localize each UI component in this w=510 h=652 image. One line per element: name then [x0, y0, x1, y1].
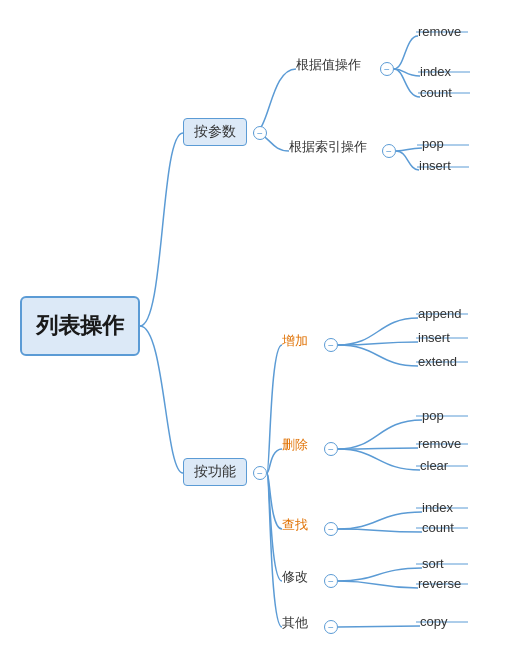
by-param-collapse[interactable]: −	[253, 126, 267, 140]
modify-collapse[interactable]: −	[324, 574, 338, 588]
index2-node: index	[422, 500, 453, 515]
by-param-node: 按参数	[183, 118, 247, 146]
reverse-node: reverse	[418, 576, 461, 591]
other-node: 其他	[282, 614, 308, 632]
by-index-label: 根据索引操作	[289, 138, 367, 156]
delete-label: 删除	[282, 436, 308, 454]
search-node: 查找	[282, 516, 308, 534]
by-value-node: 根据值操作	[296, 56, 361, 74]
extend-label: extend	[418, 354, 457, 369]
insert2-label: insert	[418, 330, 450, 345]
remove2-label: remove	[418, 436, 461, 451]
append-node: append	[418, 306, 461, 321]
pop2-label: pop	[422, 408, 444, 423]
sort-label: sort	[422, 556, 444, 571]
by-index-collapse[interactable]: −	[382, 144, 396, 158]
index1-node: index	[420, 64, 451, 79]
extend-node: extend	[418, 354, 457, 369]
sort-node: sort	[422, 556, 444, 571]
root-label: 列表操作	[36, 311, 124, 341]
root-node: 列表操作	[20, 296, 140, 356]
insert1-node: insert	[419, 158, 451, 173]
pop1-label: pop	[422, 136, 444, 151]
index2-label: index	[422, 500, 453, 515]
delete-node: 删除	[282, 436, 308, 454]
remove2-node: remove	[418, 436, 461, 451]
clear-label: clear	[420, 458, 448, 473]
remove1-label: remove	[418, 24, 461, 39]
by-func-node: 按功能	[183, 458, 247, 486]
modify-label: 修改	[282, 568, 308, 586]
search-collapse[interactable]: −	[324, 522, 338, 536]
modify-node: 修改	[282, 568, 308, 586]
insert2-node: insert	[418, 330, 450, 345]
add-node: 增加	[282, 332, 308, 350]
by-param-label: 按参数	[194, 123, 236, 141]
index1-label: index	[420, 64, 451, 79]
remove1-node: remove	[418, 24, 461, 39]
delete-collapse[interactable]: −	[324, 442, 338, 456]
copy-node: copy	[420, 614, 447, 629]
other-collapse[interactable]: −	[324, 620, 338, 634]
by-index-node: 根据索引操作	[289, 138, 367, 156]
pop2-node: pop	[422, 408, 444, 423]
insert1-label: insert	[419, 158, 451, 173]
search-label: 查找	[282, 516, 308, 534]
other-label: 其他	[282, 614, 308, 632]
add-label: 增加	[282, 332, 308, 350]
count1-node: count	[420, 85, 452, 100]
pop1-node: pop	[422, 136, 444, 151]
copy-label: copy	[420, 614, 447, 629]
by-func-label: 按功能	[194, 463, 236, 481]
count2-node: count	[422, 520, 454, 535]
by-value-label: 根据值操作	[296, 56, 361, 74]
by-func-collapse[interactable]: −	[253, 466, 267, 480]
clear-node: clear	[420, 458, 448, 473]
append-label: append	[418, 306, 461, 321]
by-value-collapse[interactable]: −	[380, 62, 394, 76]
add-collapse[interactable]: −	[324, 338, 338, 352]
reverse-label: reverse	[418, 576, 461, 591]
count1-label: count	[420, 85, 452, 100]
count2-label: count	[422, 520, 454, 535]
